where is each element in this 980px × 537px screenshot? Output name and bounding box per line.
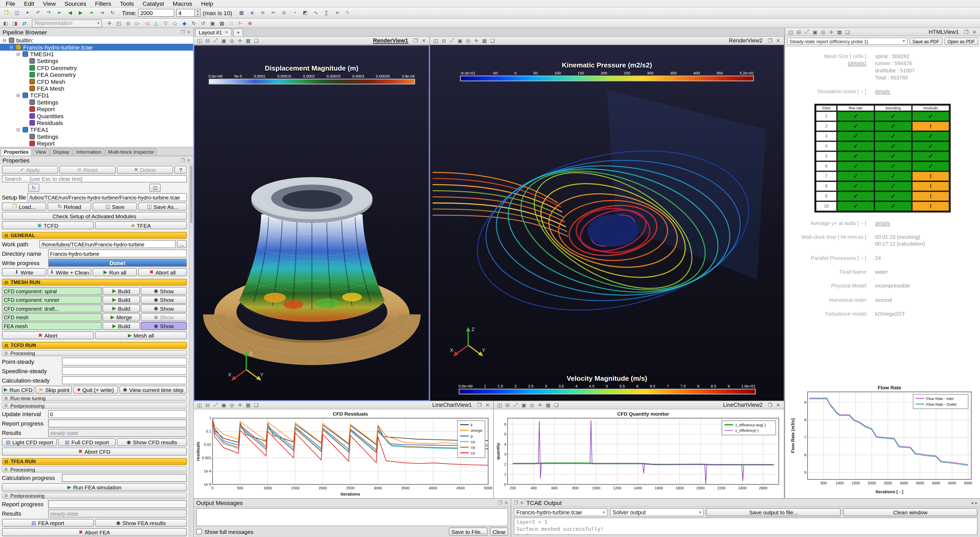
tcae-output-console[interactable]: layer2 = 1Surface meshed successfully!Su… — [514, 518, 978, 535]
render-view-1[interactable]: ◫⊟⤢▣◎✛▦❏RenderView1❐✕ Displacement Magni… — [194, 37, 430, 401]
ruler-icon[interactable]: ⊢ — [236, 19, 245, 27]
axes-toggle-icon[interactable]: ✛ — [236, 37, 244, 44]
abort-cfd-button[interactable]: ✖Abort CFD — [2, 447, 187, 456]
undock-view-icon[interactable]: ❐ — [766, 37, 774, 44]
reset-camera-icon[interactable]: ✛ — [105, 19, 114, 27]
split-horizontal-icon[interactable]: ◫ — [196, 37, 203, 44]
rotate-90-ccw-icon[interactable]: ↺ — [199, 19, 208, 27]
tfea-module-button[interactable]: ◈TFEA — [95, 221, 187, 229]
menu-view[interactable]: View — [38, 0, 60, 7]
save-to-file-button[interactable]: Save to File... — [449, 527, 487, 536]
clip-filter-icon[interactable]: ✂ — [269, 8, 278, 17]
close-view-icon[interactable]: ✕ — [775, 402, 782, 408]
speedline-steady-input[interactable] — [62, 367, 187, 375]
render-view-2-canvas[interactable]: Kinematic Pressure (m2/s2)-9.3e+01-50050… — [430, 45, 784, 401]
edit-macro-icon[interactable]: ✎ — [343, 8, 353, 17]
maximize-view-icon[interactable]: ⤢ — [448, 37, 456, 44]
tab-display[interactable]: Display — [50, 148, 72, 156]
pipeline-item-settings[interactable]: Settings — [0, 133, 193, 140]
mesh-all-button[interactable]: ▶Mesh all — [95, 331, 187, 339]
python-shell-icon[interactable]: ≡ — [332, 8, 342, 17]
capture-view-icon[interactable]: ▣ — [220, 37, 228, 44]
zoom-to-box-icon[interactable]: ◰ — [115, 19, 123, 27]
contour-filter-icon[interactable]: ≋ — [258, 8, 268, 17]
scroll-right-icon[interactable]: ▸ — [975, 500, 978, 505]
subsection-processing-fea[interactable]: ⊟Processing — [2, 466, 187, 472]
skip-point-button[interactable]: ≫Skip point — [36, 386, 72, 394]
dock-icon[interactable]: ❐ — [498, 500, 503, 505]
points-repr-icon[interactable]: ∷ — [227, 19, 236, 27]
abort-mesh-button[interactable]: ✖Abort — [2, 331, 94, 339]
maximize-view-icon[interactable]: ⤢ — [512, 402, 520, 408]
mesh-show-button[interactable]: ◉Show — [141, 313, 187, 321]
abort-fea-button[interactable]: ✖Abort FEA — [2, 528, 187, 536]
extract-filter-icon[interactable]: ◩ — [300, 8, 310, 17]
pipeline-item-cfd-mesh[interactable]: CFD Mesh — [0, 78, 193, 85]
output-messages-area[interactable] — [196, 508, 508, 526]
axes-toggle-icon[interactable]: ✛ — [236, 402, 244, 408]
line-chart-view-1[interactable]: ◫⊟⤢▣◎✛▦❏LineChartView1❐✕ 050010001500200… — [194, 401, 494, 498]
split-horizontal-icon[interactable]: ◫ — [196, 402, 203, 408]
menu-tools[interactable]: Tools — [116, 0, 138, 7]
pipeline-item-tmesh1[interactable]: ⊟TMESH1 — [0, 51, 193, 57]
axes-toggle-icon[interactable]: ✛ — [536, 402, 544, 408]
calculation-steady-input[interactable] — [62, 376, 187, 384]
help-button[interactable]: ? — [175, 166, 187, 174]
close-panel-icon[interactable]: ✕ — [187, 157, 191, 163]
tab-layout-1[interactable]: Layout #1✕ — [195, 28, 232, 36]
time-forward-icon[interactable]: ↠ — [86, 8, 96, 17]
expander-icon[interactable]: ⊟ — [16, 127, 21, 132]
camera-minus-y-icon[interactable]: ▽ — [161, 19, 170, 27]
section-tcfd-run[interactable]: ⊟TCFD RUN — [2, 342, 187, 349]
camera-minus-z-icon[interactable]: ◆ — [180, 19, 189, 27]
subsection-postprocessing-fea[interactable]: ⊟Postprocessing — [2, 493, 187, 499]
subsection-processing[interactable]: ⊟Processing — [2, 350, 187, 356]
score-details-link[interactable]: details — [875, 88, 890, 95]
time-last-icon[interactable]: ⇥ — [97, 8, 107, 17]
pipeline-item-residuals[interactable]: Residuals — [0, 119, 193, 126]
open-as-pdf-button[interactable]: Open as PDF — [944, 38, 978, 45]
update-interval-input[interactable] — [48, 410, 187, 418]
capture-view-icon[interactable]: ▣ — [520, 402, 528, 408]
refresh-properties-icon[interactable]: ↻ — [28, 184, 39, 192]
preview-icon[interactable]: ❏ — [253, 37, 260, 44]
dock-icon[interactable]: ❐ — [181, 29, 185, 35]
filters-menu-icon[interactable]: ▦ — [237, 8, 247, 17]
preview-icon[interactable]: ❏ — [489, 37, 496, 44]
scroll-left-icon[interactable]: ◂ — [971, 500, 973, 505]
dock-icon[interactable]: ❐ — [514, 500, 518, 505]
pipeline-item-fea-mesh[interactable]: FEA Mesh — [0, 85, 193, 92]
save-state-icon[interactable]: ◫ — [12, 8, 22, 17]
capture-view-icon[interactable]: ▣ — [811, 29, 819, 35]
time-first-icon[interactable]: ↞ — [54, 8, 64, 17]
pipeline-item-settings[interactable]: Settings — [0, 57, 193, 64]
full-cfd-report-button[interactable]: ▤Full CFD report — [58, 438, 116, 446]
close-view-icon[interactable]: ✕ — [484, 402, 492, 408]
split-vertical-icon[interactable]: ⊟ — [204, 402, 211, 408]
fea-report-button[interactable]: ▤FEA report — [2, 519, 94, 527]
time-index-spinner[interactable]: ▲▼ — [195, 9, 201, 17]
maximize-view-icon[interactable]: ⤢ — [212, 402, 220, 408]
mesh-show-button[interactable]: ◉Show — [141, 287, 187, 295]
grid-toggle-icon[interactable]: ▦ — [244, 37, 252, 44]
grid-toggle-icon[interactable]: ▦ — [481, 37, 488, 44]
camera-minus-x-icon[interactable]: ◁ — [142, 19, 151, 27]
expander-icon[interactable]: ⊟ — [16, 93, 21, 98]
section-general[interactable]: ⊟GENERAL — [2, 232, 187, 238]
slice-filter-icon[interactable]: ⊘ — [279, 8, 289, 17]
tcfd-module-button[interactable]: ◉TCFD — [2, 221, 94, 229]
close-view-icon[interactable]: ✕ — [420, 37, 428, 44]
split-horizontal-icon[interactable]: ◫ — [496, 402, 503, 408]
camera-plus-z-icon[interactable]: ◇ — [170, 19, 180, 27]
edit-colormap-icon[interactable]: ◨ — [11, 19, 19, 27]
preview-icon[interactable]: ❏ — [844, 29, 851, 35]
expander-icon[interactable]: ⊟ — [9, 45, 14, 50]
undo-icon[interactable]: ↶ — [33, 8, 43, 17]
screenshot-icon[interactable]: ✦ — [22, 8, 32, 17]
threshold-filter-icon[interactable]: ◔ — [290, 8, 299, 17]
split-vertical-icon[interactable]: ⊟ — [440, 37, 448, 44]
run-all-button[interactable]: ▶Run all — [93, 268, 137, 276]
abort-all-button[interactable]: ✖Abort all — [138, 268, 187, 276]
clean-window-button[interactable]: Clean window — [843, 508, 978, 516]
setup-file-input[interactable] — [27, 193, 187, 201]
